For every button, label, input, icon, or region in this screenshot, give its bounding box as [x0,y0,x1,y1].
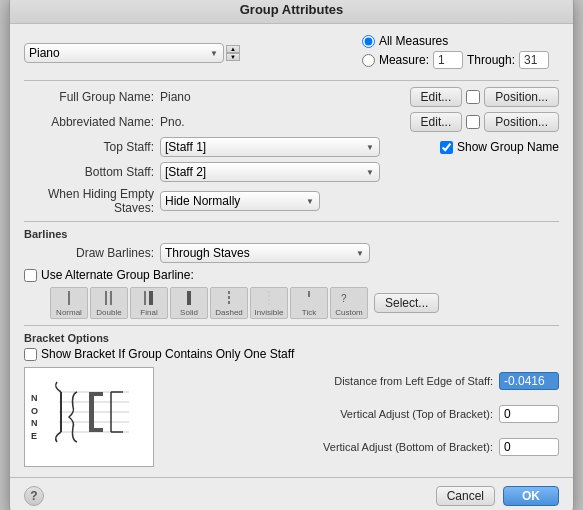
svg-rect-4 [149,291,153,305]
show-group-name-label: Show Group Name [457,140,559,154]
svg-rect-5 [187,291,191,305]
full-group-position-btn[interactable]: Position... [484,87,559,107]
through-label: Through: [467,53,515,67]
vertical-bottom-input[interactable] [499,438,559,456]
barline-normal[interactable]: Normal [50,287,88,319]
vertical-top-input[interactable] [499,405,559,423]
instrument-select-wrapper: Piano [24,43,224,63]
top-staff-select-wrapper: [Staff 1] [160,137,380,157]
instrument-select[interactable]: Piano [24,43,224,63]
top-staff-row: Top Staff: [Staff 1] Show Group Name [24,137,559,157]
barlines-section-header: Barlines [24,228,559,240]
measure-through-input[interactable] [519,51,549,69]
alternate-barline-row: Use Alternate Group Barline: [24,268,559,282]
stepper-up[interactable]: ▲ [226,45,240,53]
when-hiding-select[interactable]: Hide Normally Remove From Score Keep in … [160,191,320,211]
full-group-edit-btn[interactable]: Edit... [410,87,463,107]
barline-tick[interactable]: Tick [290,287,328,319]
barline-icons: Normal Double Final Solid [50,287,368,319]
barline-solid[interactable]: Solid [170,287,208,319]
top-staff-select[interactable]: [Staff 1] [160,137,380,157]
distance-row: Distance from Left Edge of Staff: [168,372,559,390]
vertical-top-label: Vertical Adjust (Top of Bracket): [340,408,493,420]
bottom-staff-select-wrapper: [Staff 2] [160,162,380,182]
stepper-down[interactable]: ▼ [226,53,240,61]
svg-rect-18 [89,428,103,432]
show-bracket-row: Show Bracket If Group Contains Only One … [24,347,559,361]
measure-radio-group: All Measures Measure: Through: [362,34,549,72]
distance-label: Distance from Left Edge of Staff: [334,375,493,387]
show-bracket-label: Show Bracket If Group Contains Only One … [41,347,294,361]
cancel-button[interactable]: Cancel [436,486,495,506]
bracket-preview-svg [39,372,139,462]
abbreviated-name-row: Abbreviated Name: Pno. Edit... Position.… [24,112,559,132]
abbreviated-name-value: Pno. [160,115,410,129]
group-attributes-dialog: Group Attributes Piano ▲ ▼ All Measures [9,0,574,510]
abbreviated-name-label: Abbreviated Name: [24,115,154,129]
specific-measure-radio[interactable] [362,54,375,67]
action-buttons: Cancel OK [436,486,559,506]
all-measures-radio[interactable] [362,35,375,48]
measure-label: Measure: [379,53,429,67]
barline-icons-row: Normal Double Final Solid [50,287,559,319]
when-hiding-select-wrapper: Hide Normally Remove From Score Keep in … [160,191,320,211]
svg-rect-17 [89,392,103,396]
ok-button[interactable]: OK [503,486,559,506]
full-group-name-label: Full Group Name: [24,90,154,104]
draw-barlines-select-wrapper: Through Staves Through Each Staff Mensur… [160,243,370,263]
when-hiding-label: When Hiding Empty Staves: [24,187,154,215]
none-label: N O N E [31,392,38,442]
top-staff-label: Top Staff: [24,140,154,154]
bottom-staff-label: Bottom Staff: [24,165,154,179]
instrument-row: Piano ▲ ▼ All Measures Measure: Through: [24,34,559,72]
instrument-stepper[interactable]: ▲ ▼ [226,45,240,61]
svg-rect-16 [89,392,94,432]
draw-barlines-select[interactable]: Through Staves Through Each Staff Mensur… [160,243,370,263]
all-measures-row: All Measures [362,34,549,48]
abbreviated-edit-btn[interactable]: Edit... [410,112,463,132]
full-group-name-value: Piano [160,90,410,104]
use-alternate-checkbox[interactable] [24,269,37,282]
full-group-checkbox[interactable] [466,90,480,104]
bracket-fields: Distance from Left Edge of Staff: Vertic… [168,367,559,467]
bracket-section-header: Bracket Options [24,332,559,344]
vertical-top-row: Vertical Adjust (Top of Bracket): [168,405,559,423]
svg-text:?: ? [341,293,347,304]
dialog-title: Group Attributes [10,0,573,24]
bottom-staff-row: Bottom Staff: [Staff 2] [24,162,559,182]
barline-double[interactable]: Double [90,287,128,319]
bracket-preview: N O N E [24,367,154,467]
barline-dashed[interactable]: Dashed [210,287,248,319]
barline-invisible[interactable]: Invisible [250,287,288,319]
vertical-bottom-row: Vertical Adjust (Bottom of Bracket): [168,438,559,456]
barline-final[interactable]: Final [130,287,168,319]
all-measures-label: All Measures [379,34,448,48]
abbreviated-checkbox[interactable] [466,115,480,129]
barline-custom[interactable]: ? Custom [330,287,368,319]
distance-input[interactable] [499,372,559,390]
measure-from-input[interactable] [433,51,463,69]
abbreviated-position-btn[interactable]: Position... [484,112,559,132]
draw-barlines-label: Draw Barlines: [24,246,154,260]
show-group-name-checkbox[interactable] [440,141,453,154]
when-hiding-row: When Hiding Empty Staves: Hide Normally … [24,187,559,215]
vertical-bottom-label: Vertical Adjust (Bottom of Bracket): [323,441,493,453]
specific-measure-row: Measure: Through: [362,51,549,69]
select-barline-btn[interactable]: Select... [374,293,439,313]
bottom-bar: ? Cancel OK [10,477,573,510]
help-button[interactable]: ? [24,486,44,506]
bracket-area: N O N E [24,367,559,467]
draw-barlines-row: Draw Barlines: Through Staves Through Ea… [24,243,559,263]
full-group-name-row: Full Group Name: Piano Edit... Position.… [24,87,559,107]
show-bracket-checkbox[interactable] [24,348,37,361]
bottom-staff-select[interactable]: [Staff 2] [160,162,380,182]
use-alternate-label: Use Alternate Group Barline: [41,268,194,282]
